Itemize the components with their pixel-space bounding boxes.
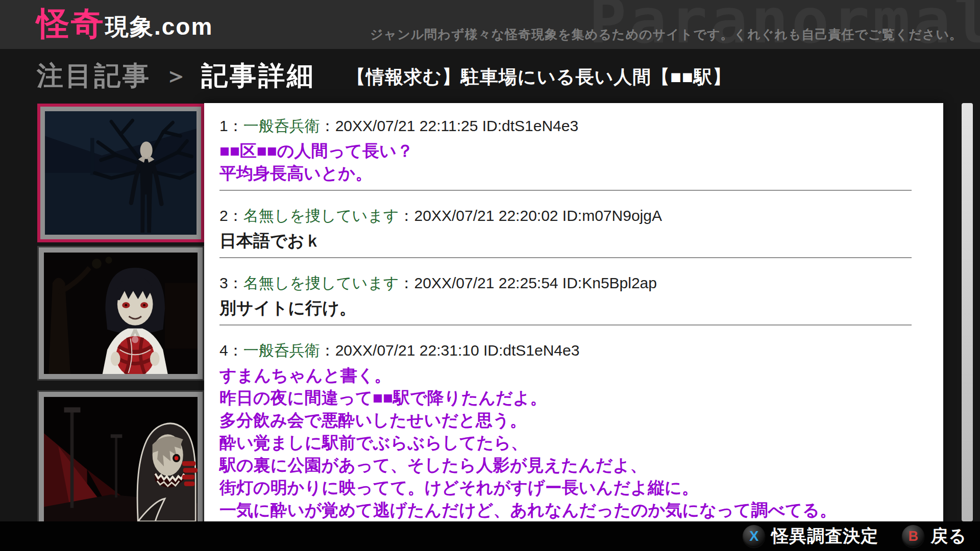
post-divider (219, 324, 912, 325)
game-screen: Paranormal 怪奇現象.com ジャンル問わず様々な怪奇現象を集めるため… (0, 0, 980, 551)
breadcrumb-featured-articles[interactable]: 注目記事 (37, 58, 151, 94)
post-2: 2：名無しを捜しています：20XX/07/21 22:20:02 ID:m07N… (219, 206, 928, 252)
post-line: 酔い覚ましに駅前でぶらぶらしてたら、 (219, 432, 928, 454)
post-divider (219, 190, 912, 191)
sidebar-thumbnail-long-person[interactable] (37, 104, 204, 242)
gamepad-x-button-icon: X (743, 525, 765, 547)
post-1-body: ■■区■■の人間って長い？ 平均身長高いとか。 (219, 140, 928, 185)
post-line: 街灯の明かりに映ってて。けどそれがすげー長いんだよ縦に。 (219, 477, 928, 499)
post-author: 一般呑兵衛 (243, 342, 320, 359)
post-meta: ：20XX/07/21 22:25:54 ID:Kn5Bpl2ap (399, 274, 657, 291)
button-hint-bar: X 怪異調査決定 B 戻る (0, 521, 980, 551)
site-logo-gensho-com: 現象.com (105, 13, 213, 40)
post-4-body: すまんちゃんと書く。 昨日の夜に間違って■■駅で降りたんだよ。 多分飲み会で悪酔… (219, 364, 928, 521)
post-author: 名無しを捜しています (243, 274, 399, 291)
post-line: 多分飲み会で悪酔いしたせいだと思う。 (219, 409, 928, 432)
post-divider (219, 257, 912, 258)
post-line: 一気に酔いが覚めて逃げたんだけど、あれなんだったのか気になって調べてる。 (219, 499, 928, 521)
post-3: 3：名無しを捜しています：20XX/07/21 22:25:54 ID:Kn5B… (219, 273, 928, 319)
post-line: 駅の裏に公園があって、そしたら人影が見えたんだよ、 (219, 454, 928, 477)
thumb-hooded-figure-image (44, 397, 198, 521)
post-number: 1： (219, 117, 243, 134)
post-2-header: 2：名無しを捜しています：20XX/07/21 22:20:02 ID:m07N… (219, 206, 928, 226)
post-4: 4：一般呑兵衛：20XX/07/21 22:31:10 ID:dtS1eN4e3… (219, 341, 928, 521)
post-line: ■■区■■の人間って長い？ (219, 140, 928, 162)
post-2-body: 日本語でおｋ (219, 230, 928, 252)
investigate-button-label: 怪異調査決定 (771, 524, 878, 548)
post-3-body: 別サイトに行け。 (219, 297, 928, 319)
thumb-ghost-girl-image (44, 253, 198, 374)
post-3-header: 3：名無しを捜しています：20XX/07/21 22:25:54 ID:Kn5B… (219, 273, 928, 293)
back-button[interactable]: B 戻る (902, 524, 967, 548)
sidebar-thumbnail-hooded-figure[interactable] (37, 390, 204, 528)
post-line: すまんちゃんと書く。 (219, 364, 928, 387)
site-logo-kaiki: 怪奇 (37, 5, 105, 42)
thread-panel: 1：一般呑兵衛：20XX/07/21 22:11:25 ID:dtS1eN4e3… (204, 103, 943, 531)
sidebar-thumbnail-ghost-girl[interactable] (37, 246, 204, 381)
breadcrumb: 注目記事 ＞ 記事詳細 【情報求む】駐車場にいる長い人間【■■駅】 (0, 49, 980, 103)
thread-scrollbar[interactable] (962, 103, 973, 521)
post-author: 一般呑兵衛 (243, 117, 320, 134)
post-meta: ：20XX/07/21 22:11:25 ID:dtS1eN4e3 (320, 117, 578, 134)
site-logo: 怪奇現象.com (37, 2, 213, 46)
post-1: 1：一般呑兵衛：20XX/07/21 22:11:25 ID:dtS1eN4e3… (219, 116, 928, 185)
post-number: 4： (219, 342, 243, 359)
post-line: 昨日の夜に間違って■■駅で降りたんだよ。 (219, 387, 928, 409)
post-number: 3： (219, 274, 243, 291)
thumb-long-person-image (45, 111, 197, 235)
post-author: 名無しを捜しています (243, 207, 399, 224)
investigate-button[interactable]: X 怪異調査決定 (743, 524, 878, 548)
post-meta: ：20XX/07/21 22:20:02 ID:m07N9ojgA (399, 207, 662, 224)
site-header: Paranormal 怪奇現象.com ジャンル問わず様々な怪奇現象を集めるため… (0, 0, 980, 49)
post-number: 2： (219, 207, 243, 224)
post-4-header: 4：一般呑兵衛：20XX/07/21 22:31:10 ID:dtS1eN4e3 (219, 341, 928, 360)
post-line: 日本語でおｋ (219, 230, 928, 252)
site-tagline: ジャンル問わず様々な怪奇現象を集めるためのサイトです。くれぐれも自己責任でご覧く… (370, 26, 963, 43)
gamepad-b-button-icon: B (902, 525, 924, 547)
article-title: 【情報求む】駐車場にいる長い人間【■■駅】 (347, 63, 731, 90)
back-button-label: 戻る (930, 524, 967, 548)
post-line: 別サイトに行け。 (219, 297, 928, 319)
post-1-header: 1：一般呑兵衛：20XX/07/21 22:11:25 ID:dtS1eN4e3 (219, 116, 928, 136)
breadcrumb-article-detail: 記事詳細 (201, 58, 315, 94)
breadcrumb-arrow-icon: ＞ (164, 60, 188, 92)
post-meta: ：20XX/07/21 22:31:10 ID:dtS1eN4e3 (320, 342, 580, 359)
post-line: 平均身長高いとか。 (219, 162, 928, 185)
